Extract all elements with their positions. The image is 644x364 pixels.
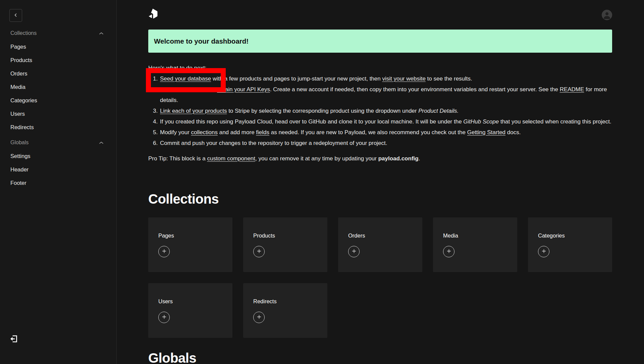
collection-card-pages[interactable]: Pages [148, 217, 232, 272]
nav-group-label: Collections [10, 30, 37, 36]
card-title: Categories [538, 232, 602, 239]
inline-link[interactable]: obtain your API Keys [217, 86, 270, 93]
instructions-block: Here's what to do next: Seed your databa… [148, 63, 612, 164]
collection-card-categories[interactable]: Categories [528, 217, 612, 272]
chevron-up-icon [99, 30, 104, 36]
inline-link[interactable]: fields [256, 129, 269, 136]
sidebar-item-orders[interactable]: Orders [0, 67, 116, 80]
inline-link[interactable]: visit your website [382, 75, 425, 82]
account-avatar[interactable] [602, 10, 612, 20]
card-title: Products [253, 232, 317, 239]
inline-link[interactable]: Seed your database [160, 75, 211, 82]
inline-link[interactable]: collections [191, 129, 218, 136]
collection-card-users[interactable]: Users [148, 283, 232, 338]
sidebar-item-redirects[interactable]: Redirects [0, 120, 116, 134]
inline-link[interactable]: Getting Started [467, 129, 505, 136]
instruction-item: Commit and push your changes to the repo… [159, 138, 612, 149]
card-title: Pages [158, 232, 222, 239]
sidebar-item-header[interactable]: Header [0, 163, 116, 176]
emphasis-text: Product Details. [418, 108, 459, 114]
nav-group-label: Globals [10, 140, 29, 146]
main-content: Welcome to your dashboard! Here's what t… [117, 0, 644, 364]
plus-icon [542, 249, 546, 254]
welcome-banner-text: Welcome to your dashboard! [154, 37, 249, 45]
create-new-redirects-button[interactable] [253, 312, 265, 323]
nav-group-collections: CollectionsPagesProductsOrdersMediaCateg… [0, 27, 116, 134]
nav-group-toggle-collections[interactable]: Collections [0, 27, 116, 40]
instruction-item: Head over to Stripe to obtain your API K… [159, 84, 612, 106]
chevron-left-icon [14, 13, 18, 18]
plus-icon [257, 315, 261, 320]
create-new-users-button[interactable] [158, 312, 170, 323]
sidebar-item-media[interactable]: Media [0, 80, 116, 94]
card-title: Orders [348, 232, 412, 239]
plus-icon [447, 249, 451, 254]
welcome-banner: Welcome to your dashboard! [148, 30, 612, 53]
nav-group-toggle-globals[interactable]: Globals [0, 136, 116, 149]
sidebar-item-pages[interactable]: Pages [0, 40, 116, 53]
card-title: Redirects [253, 298, 317, 305]
instructions-intro: Here's what to do next: [148, 63, 612, 73]
nav-group-globals: GlobalsSettingsHeaderFooter [0, 136, 116, 190]
pro-tip: Pro Tip: This block is a custom componen… [148, 153, 612, 164]
avatar-person-icon [605, 12, 608, 15]
globals-section-title: Globals [148, 350, 612, 364]
collapse-sidebar-button[interactable] [9, 9, 22, 22]
plus-icon [162, 249, 166, 254]
plus-icon [352, 249, 356, 254]
card-title: Users [158, 298, 222, 305]
sidebar-item-categories[interactable]: Categories [0, 94, 116, 107]
collections-section-title: Collections [148, 191, 612, 207]
sidebar-item-footer[interactable]: Footer [0, 176, 116, 190]
collection-card-redirects[interactable]: Redirects [243, 283, 327, 338]
sidebar: CollectionsPagesProductsOrdersMediaCateg… [0, 0, 117, 364]
create-new-media-button[interactable] [443, 246, 454, 257]
plus-icon [257, 249, 261, 254]
card-title: Media [443, 232, 507, 239]
bold-text: payload.config [378, 155, 419, 162]
inline-link[interactable]: custom component [207, 155, 255, 162]
sidebar-item-settings[interactable]: Settings [0, 149, 116, 163]
topbar [148, 0, 612, 21]
logout-icon [9, 334, 18, 344]
instruction-item: Link each of your products to Stripe by … [159, 106, 612, 116]
emphasis-text: GitHub Scope [463, 118, 499, 125]
create-new-products-button[interactable] [253, 246, 265, 257]
create-new-orders-button[interactable] [348, 246, 360, 257]
inline-link[interactable]: Link each of your products [160, 108, 227, 114]
plus-icon [162, 315, 166, 320]
sidebar-nav: CollectionsPagesProductsOrdersMediaCateg… [0, 27, 116, 190]
instruction-item: Modify your collections and add more fie… [159, 127, 612, 138]
inline-link[interactable]: README [560, 86, 584, 93]
sidebar-item-products[interactable]: Products [0, 53, 116, 67]
payload-logo-icon[interactable] [148, 8, 158, 21]
create-new-categories-button[interactable] [538, 246, 549, 257]
logout-button[interactable] [9, 334, 18, 344]
collection-card-media[interactable]: Media [433, 217, 517, 272]
sidebar-item-users[interactable]: Users [0, 107, 116, 120]
collections-card-grid: PagesProductsOrdersMediaCategoriesUsersR… [148, 217, 612, 338]
collection-card-orders[interactable]: Orders [338, 217, 422, 272]
create-new-pages-button[interactable] [158, 246, 170, 257]
collection-card-products[interactable]: Products [243, 217, 327, 272]
instruction-item: If you created this repo using Payload C… [159, 116, 612, 127]
instruction-item: Seed your database with a few products a… [159, 73, 612, 84]
chevron-up-icon [99, 140, 104, 146]
instructions-list: Seed your database with a few products a… [148, 73, 612, 149]
